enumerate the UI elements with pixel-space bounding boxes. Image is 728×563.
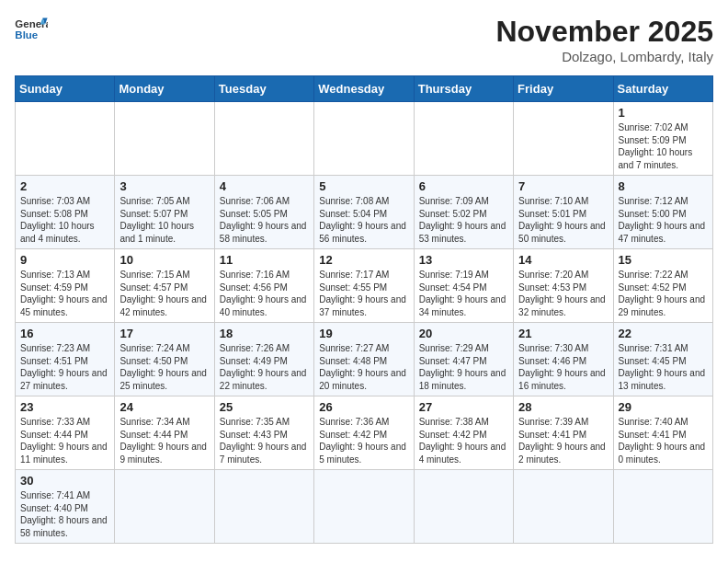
day-number: 26	[319, 400, 408, 414]
calendar-cell	[414, 102, 513, 176]
calendar-header-row: SundayMondayTuesdayWednesdayThursdayFrid…	[16, 76, 713, 102]
day-info: Sunrise: 7:19 AM Sunset: 4:54 PM Dayligh…	[419, 269, 508, 318]
calendar-cell: 7Sunrise: 7:10 AM Sunset: 5:01 PM Daylig…	[514, 176, 613, 249]
calendar-cell: 27Sunrise: 7:38 AM Sunset: 4:42 PM Dayli…	[414, 396, 513, 470]
calendar-cell: 13Sunrise: 7:19 AM Sunset: 4:54 PM Dayli…	[414, 249, 513, 323]
day-info: Sunrise: 7:24 AM Sunset: 4:50 PM Dayligh…	[119, 342, 209, 392]
day-info: Sunrise: 7:35 AM Sunset: 4:43 PM Dayligh…	[220, 416, 309, 465]
day-number: 24	[119, 400, 209, 414]
day-number: 17	[119, 327, 209, 340]
calendar-cell: 24Sunrise: 7:34 AM Sunset: 4:44 PM Dayli…	[115, 396, 214, 470]
day-info: Sunrise: 7:27 AM Sunset: 4:48 PM Dayligh…	[319, 342, 408, 392]
day-info: Sunrise: 7:30 AM Sunset: 4:46 PM Dayligh…	[518, 342, 608, 392]
day-number: 21	[518, 327, 608, 340]
day-info: Sunrise: 7:39 AM Sunset: 4:41 PM Dayligh…	[518, 416, 608, 465]
day-number: 23	[20, 400, 109, 414]
day-info: Sunrise: 7:16 AM Sunset: 4:56 PM Dayligh…	[220, 269, 309, 318]
day-info: Sunrise: 7:03 AM Sunset: 5:08 PM Dayligh…	[20, 195, 109, 245]
day-info: Sunrise: 7:12 AM Sunset: 5:00 PM Dayligh…	[619, 195, 708, 245]
calendar-cell	[514, 470, 613, 544]
day-info: Sunrise: 7:13 AM Sunset: 4:59 PM Dayligh…	[20, 269, 109, 318]
calendar-cell	[414, 470, 513, 544]
day-info: Sunrise: 7:31 AM Sunset: 4:45 PM Dayligh…	[619, 342, 708, 392]
calendar-cell: 25Sunrise: 7:35 AM Sunset: 4:43 PM Dayli…	[214, 396, 313, 470]
calendar-cell: 16Sunrise: 7:23 AM Sunset: 4:51 PM Dayli…	[16, 323, 115, 396]
calendar-cell: 4Sunrise: 7:06 AM Sunset: 5:05 PM Daylig…	[214, 176, 313, 249]
calendar-cell: 14Sunrise: 7:20 AM Sunset: 4:53 PM Dayli…	[514, 249, 613, 323]
day-number: 4	[220, 179, 309, 193]
calendar-week-6: 30Sunrise: 7:41 AM Sunset: 4:40 PM Dayli…	[16, 470, 713, 544]
calendar-cell: 10Sunrise: 7:15 AM Sunset: 4:57 PM Dayli…	[115, 249, 214, 323]
calendar-cell: 22Sunrise: 7:31 AM Sunset: 4:45 PM Dayli…	[613, 323, 712, 396]
calendar-cell: 2Sunrise: 7:03 AM Sunset: 5:08 PM Daylig…	[16, 176, 115, 249]
calendar-cell: 28Sunrise: 7:39 AM Sunset: 4:41 PM Dayli…	[514, 396, 613, 470]
day-number: 30	[20, 474, 109, 488]
column-header-wednesday: Wednesday	[314, 76, 414, 102]
calendar-cell	[115, 470, 214, 544]
calendar-cell: 6Sunrise: 7:09 AM Sunset: 5:02 PM Daylig…	[414, 176, 513, 249]
day-info: Sunrise: 7:41 AM Sunset: 4:40 PM Dayligh…	[20, 489, 109, 539]
day-number: 19	[319, 327, 408, 340]
column-header-saturday: Saturday	[613, 76, 712, 102]
calendar-cell	[115, 102, 214, 176]
calendar-week-1: 1Sunrise: 7:02 AM Sunset: 5:09 PM Daylig…	[16, 102, 713, 176]
calendar-cell: 29Sunrise: 7:40 AM Sunset: 4:41 PM Dayli…	[613, 396, 712, 470]
column-header-thursday: Thursday	[414, 76, 513, 102]
day-number: 7	[518, 179, 608, 193]
day-info: Sunrise: 7:23 AM Sunset: 4:51 PM Dayligh…	[20, 342, 109, 392]
day-info: Sunrise: 7:10 AM Sunset: 5:01 PM Dayligh…	[518, 195, 608, 245]
calendar-cell: 19Sunrise: 7:27 AM Sunset: 4:48 PM Dayli…	[314, 323, 414, 396]
calendar-cell: 18Sunrise: 7:26 AM Sunset: 4:49 PM Dayli…	[214, 323, 313, 396]
day-number: 15	[619, 253, 708, 267]
calendar-cell	[214, 470, 313, 544]
day-number: 11	[220, 253, 309, 267]
calendar-table: SundayMondayTuesdayWednesdayThursdayFrid…	[15, 75, 713, 544]
day-info: Sunrise: 7:36 AM Sunset: 4:42 PM Dayligh…	[319, 416, 408, 465]
day-info: Sunrise: 7:26 AM Sunset: 4:49 PM Dayligh…	[220, 342, 309, 392]
month-title: November 2025	[495, 15, 713, 49]
day-number: 14	[518, 253, 608, 267]
day-number: 6	[419, 179, 508, 193]
day-info: Sunrise: 7:15 AM Sunset: 4:57 PM Dayligh…	[119, 269, 209, 318]
column-header-sunday: Sunday	[16, 76, 115, 102]
calendar-cell	[214, 102, 313, 176]
logo: General Blue	[15, 15, 48, 42]
day-info: Sunrise: 7:09 AM Sunset: 5:02 PM Dayligh…	[419, 195, 508, 245]
day-number: 29	[619, 400, 708, 414]
day-info: Sunrise: 7:38 AM Sunset: 4:42 PM Dayligh…	[419, 416, 508, 465]
calendar-cell: 26Sunrise: 7:36 AM Sunset: 4:42 PM Dayli…	[314, 396, 414, 470]
calendar-cell	[16, 102, 115, 176]
day-number: 28	[518, 400, 608, 414]
column-header-monday: Monday	[115, 76, 214, 102]
day-number: 13	[419, 253, 508, 267]
calendar-cell: 15Sunrise: 7:22 AM Sunset: 4:52 PM Dayli…	[613, 249, 712, 323]
calendar-week-5: 23Sunrise: 7:33 AM Sunset: 4:44 PM Dayli…	[16, 396, 713, 470]
calendar-cell: 5Sunrise: 7:08 AM Sunset: 5:04 PM Daylig…	[314, 176, 414, 249]
day-number: 12	[319, 253, 408, 267]
day-number: 18	[220, 327, 309, 340]
day-number: 22	[619, 327, 708, 340]
day-info: Sunrise: 7:33 AM Sunset: 4:44 PM Dayligh…	[20, 416, 109, 465]
logo-icon: General Blue	[15, 15, 48, 42]
day-number: 10	[119, 253, 209, 267]
calendar-week-4: 16Sunrise: 7:23 AM Sunset: 4:51 PM Dayli…	[16, 323, 713, 396]
location-title: Dolzago, Lombardy, Italy	[495, 49, 713, 64]
day-info: Sunrise: 7:02 AM Sunset: 5:09 PM Dayligh…	[619, 121, 708, 171]
day-number: 2	[20, 179, 109, 193]
calendar-cell	[314, 102, 414, 176]
calendar-cell: 21Sunrise: 7:30 AM Sunset: 4:46 PM Dayli…	[514, 323, 613, 396]
page-header: General Blue November 2025 Dolzago, Lomb…	[15, 15, 713, 64]
calendar-cell: 3Sunrise: 7:05 AM Sunset: 5:07 PM Daylig…	[115, 176, 214, 249]
title-block: November 2025 Dolzago, Lombardy, Italy	[495, 15, 713, 64]
calendar-cell	[314, 470, 414, 544]
day-info: Sunrise: 7:06 AM Sunset: 5:05 PM Dayligh…	[220, 195, 309, 245]
day-number: 27	[419, 400, 508, 414]
day-number: 3	[119, 179, 209, 193]
day-info: Sunrise: 7:40 AM Sunset: 4:41 PM Dayligh…	[619, 416, 708, 465]
day-number: 16	[20, 327, 109, 340]
calendar-cell: 1Sunrise: 7:02 AM Sunset: 5:09 PM Daylig…	[613, 102, 712, 176]
calendar-cell: 9Sunrise: 7:13 AM Sunset: 4:59 PM Daylig…	[16, 249, 115, 323]
day-info: Sunrise: 7:20 AM Sunset: 4:53 PM Dayligh…	[518, 269, 608, 318]
day-info: Sunrise: 7:05 AM Sunset: 5:07 PM Dayligh…	[119, 195, 209, 245]
calendar-cell	[514, 102, 613, 176]
